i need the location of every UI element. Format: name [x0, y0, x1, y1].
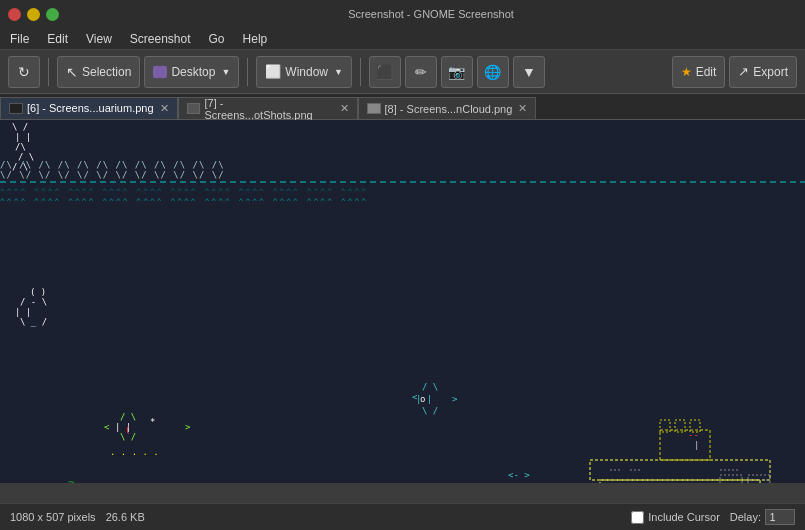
edit-label: Edit — [696, 65, 717, 79]
selection-label: Selection — [82, 65, 131, 79]
close-button[interactable] — [8, 8, 21, 21]
tab-3-close[interactable]: ✕ — [518, 102, 527, 115]
file-size: 26.6 KB — [106, 511, 145, 523]
menu-edit[interactable]: Edit — [43, 30, 72, 48]
svg-text:>: > — [185, 422, 191, 432]
desktop-label: Desktop — [171, 65, 215, 79]
tab-3-label: [8] - Screens...nCloud.png — [385, 103, 513, 115]
svg-text:^^^^ ^^^^ ^^^^ ^^^^ ^^^^ ^^^^ : ^^^^ ^^^^ ^^^^ ^^^^ ^^^^ ^^^^ ^^^^ ^^^^ … — [0, 198, 368, 207]
export-button[interactable]: ↗ Export — [729, 56, 797, 88]
svg-text:\ /: \ / — [422, 406, 438, 416]
svg-text:/ \: / \ — [18, 152, 34, 162]
toolbar: ↻ ↖ Selection Desktop ▼ ⬜ Window ▼ ⬛ ✏ 📷… — [0, 50, 805, 94]
refresh-button[interactable]: ↻ — [8, 56, 40, 88]
tab-2-thumb — [187, 103, 201, 114]
tab-bar: [6] - Screens...uarium.png ✕ [7] - Scree… — [0, 94, 805, 120]
include-cursor-checkbox[interactable] — [631, 511, 644, 524]
svg-text:o: o — [420, 394, 425, 404]
desktop-dropdown-icon[interactable]: ▼ — [221, 67, 230, 77]
more-button[interactable]: ▼ — [513, 56, 545, 88]
window-icon: ⬜ — [265, 64, 281, 79]
svg-text:/ \: / \ — [120, 412, 136, 422]
tab-1-label: [6] - Screens...uarium.png — [27, 102, 154, 114]
desktop-button[interactable]: Desktop ▼ — [144, 56, 239, 88]
svg-text:|     |: | | — [15, 307, 31, 317]
menu-go[interactable]: Go — [205, 30, 229, 48]
window-title: Screenshot - GNOME Screenshot — [65, 8, 797, 20]
menu-view[interactable]: View — [82, 30, 116, 48]
tab-1[interactable]: [6] - Screens...uarium.png ✕ — [0, 97, 178, 119]
share-icon: 🌐 — [484, 64, 501, 80]
window-dropdown-icon[interactable]: ▼ — [334, 67, 343, 77]
svg-text:|  |: | | — [15, 132, 31, 142]
pencil-icon: ✏ — [415, 64, 427, 80]
svg-text:<: < — [412, 392, 418, 402]
svg-text:/   \: / \ — [12, 162, 28, 172]
chevron-down-icon: ▼ — [522, 64, 536, 80]
maximize-button[interactable] — [46, 8, 59, 21]
cursor-icon: ↖ — [66, 64, 78, 80]
window-button[interactable]: ⬜ Window ▼ — [256, 56, 352, 88]
share-button[interactable]: 🌐 — [477, 56, 509, 88]
tab-1-close[interactable]: ✕ — [160, 102, 169, 115]
svg-text:\  /: \ / — [12, 122, 28, 132]
tab-2-label: [7] - Screens...otShots.png — [204, 97, 333, 121]
menu-bar: File Edit View Screenshot Go Help — [0, 28, 805, 50]
edit-icon-button[interactable]: ✏ — [405, 56, 437, 88]
svg-text:( ): ( ) — [30, 287, 46, 297]
fullscreen-button[interactable]: ⬛ — [369, 56, 401, 88]
camera-icon: 📷 — [448, 64, 465, 80]
menu-screenshot[interactable]: Screenshot — [126, 30, 195, 48]
selection-button[interactable]: ↖ Selection — [57, 56, 140, 88]
svg-text:>: > — [452, 394, 458, 404]
svg-text:\/ \/     \/  \/    \/    \/  : \/ \/ \/ \/ \/ \/ \/ \/ \/ \/ \/ \/ — [0, 170, 225, 180]
image-dimensions: 1080 x 507 pixels — [10, 511, 96, 523]
tab-2[interactable]: [7] - Screens...otShots.png ✕ — [178, 97, 358, 119]
delay-input[interactable] — [765, 509, 795, 525]
menu-help[interactable]: Help — [239, 30, 272, 48]
tab-3[interactable]: [8] - Screens...nCloud.png ✕ — [358, 97, 537, 119]
fullscreen-icon: ⬛ — [376, 64, 393, 80]
tab-2-close[interactable]: ✕ — [340, 102, 349, 115]
svg-text:^^^^ ^^^^ ^^^^ ^^^^ ^^^^ ^^^^ : ^^^^ ^^^^ ^^^^ ^^^^ ^^^^ ^^^^ ^^^^ ^^^^ … — [0, 188, 368, 197]
refresh-icon: ↻ — [18, 64, 30, 80]
menu-file[interactable]: File — [6, 30, 33, 48]
toolbar-separator-1 — [48, 58, 49, 86]
svg-text:*: * — [150, 417, 155, 427]
minimize-button[interactable] — [27, 8, 40, 21]
tab-3-thumb — [367, 103, 381, 114]
svg-text:<- >: <- > — [508, 470, 530, 480]
toolbar-separator-2 — [247, 58, 248, 86]
svg-text:/\: /\ — [15, 142, 26, 152]
tab-1-thumb — [9, 103, 23, 114]
screenshot-canvas: /\ /\ /\ /\ /\ /\ /\ /\ /\ /\ /\ /\ \/ \… — [0, 120, 805, 483]
edit-star-icon: ★ — [681, 65, 692, 79]
delay-label: Delay: — [730, 511, 761, 523]
toolbar-separator-3 — [360, 58, 361, 86]
include-cursor-label: Include Cursor — [648, 511, 720, 523]
svg-text:<: < — [104, 422, 110, 432]
include-cursor-checkbox-group[interactable]: Include Cursor — [631, 511, 720, 524]
svg-text:~: ~ — [68, 476, 75, 483]
edit-button[interactable]: ★ Edit — [672, 56, 726, 88]
svg-text:|: | — [694, 440, 699, 450]
svg-text:\ _ /: \ _ / — [20, 317, 47, 327]
svg-text:. . . . .: . . . . . — [110, 447, 159, 457]
svg-text:/ \: / \ — [422, 382, 438, 392]
status-bar: 1080 x 507 pixels 26.6 KB Include Cursor… — [0, 503, 805, 530]
desktop-icon — [153, 66, 167, 78]
export-label: Export — [753, 65, 788, 79]
title-bar: Screenshot - GNOME Screenshot — [0, 0, 805, 28]
camera-button[interactable]: 📷 — [441, 56, 473, 88]
window-label: Window — [285, 65, 328, 79]
delay-group: Delay: — [730, 509, 795, 525]
export-icon: ↗ — [738, 64, 749, 79]
svg-text:/ - \: / - \ — [20, 297, 47, 307]
svg-text:(: ( — [125, 425, 130, 435]
